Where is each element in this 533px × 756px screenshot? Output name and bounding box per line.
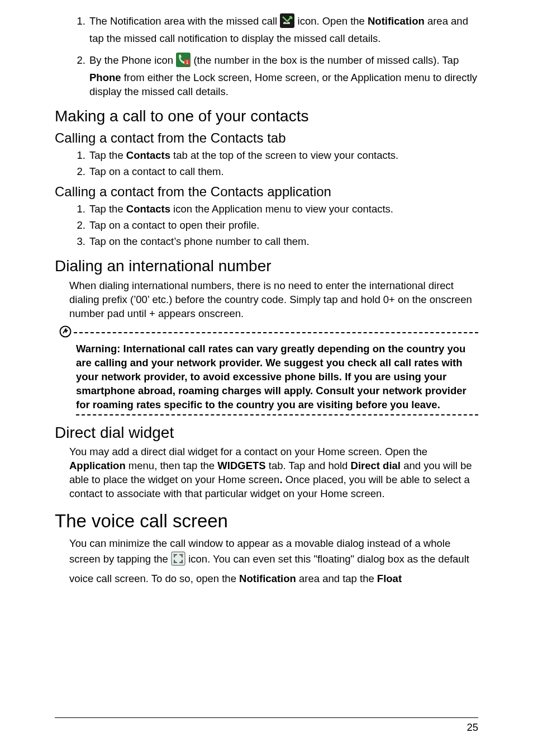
heading-intl: Dialing an international number [55, 257, 478, 276]
heading-making-call: Making a call to one of your contacts [55, 107, 478, 126]
text: icon the Application menu to view your c… [170, 203, 393, 215]
svg-text:1: 1 [186, 59, 189, 65]
paragraph-voice: You can minimize the call window to appe… [69, 536, 478, 587]
phone-missed-badge-icon: 1 [176, 53, 191, 71]
text: tab at the top of the screen to view you… [170, 149, 398, 161]
text-bold: Contacts [126, 203, 170, 215]
svg-rect-5 [172, 552, 185, 565]
text: area and tap the [296, 573, 377, 584]
list-item: By the Phone icon 1 (the number in the b… [88, 53, 478, 99]
text-bold: Float [377, 573, 402, 584]
missed-call-list: The Notification area with the missed ca… [55, 13, 478, 99]
text: menu, then tap the [126, 460, 218, 471]
list-item: Tap on a contact to call them. [88, 165, 478, 179]
text: You may add a direct dial widget for a c… [69, 446, 427, 457]
list-item: Tap the Contacts tab at the top of the s… [88, 149, 478, 163]
page-footer: 25 [55, 717, 478, 734]
heading-voice-call: The voice call screen [55, 510, 478, 532]
text-bold: Contacts [126, 149, 170, 161]
page-number: 25 [467, 721, 478, 733]
text: (the number in the box is the number of … [193, 54, 459, 66]
warning-icon [59, 325, 72, 340]
list-item: The Notification area with the missed ca… [88, 13, 478, 46]
warning-block: Warning: International call rates can va… [55, 325, 478, 415]
paragraph-widget: You may add a direct dial widget for a c… [69, 445, 478, 501]
list-item: Tap on a contact to open their profile. [88, 219, 478, 233]
text-bold: WIDGETS [217, 460, 265, 471]
heading-widget: Direct dial widget [55, 423, 478, 442]
contacts-app-list: Tap the Contacts icon the Application me… [55, 202, 478, 249]
divider [76, 414, 478, 415]
text-bold: Application [69, 460, 126, 471]
minimize-float-icon [171, 551, 185, 571]
divider [74, 332, 478, 333]
text: Tap the [89, 149, 126, 161]
text: tab. Tap and hold [266, 460, 351, 471]
missed-call-notification-icon [280, 13, 294, 32]
paragraph-intl: When dialing international numbers, ther… [69, 279, 478, 321]
text-bold: Direct dial [351, 460, 401, 471]
heading-contacts-tab: Calling a contact from the Contacts tab [55, 130, 478, 147]
text-bold: Phone [89, 72, 121, 83]
contacts-tab-list: Tap the Contacts tab at the top of the s… [55, 149, 478, 179]
warning-text: Warning: International call rates can va… [76, 342, 478, 412]
text: Tap the [89, 203, 126, 215]
text: By the Phone icon [89, 54, 176, 66]
list-item: Tap on the contact’s phone number to cal… [88, 235, 478, 249]
text: icon. Open the [298, 15, 368, 27]
list-item: Tap the Contacts icon the Application me… [88, 202, 478, 216]
text: from either the Lock screen, Home screen… [89, 72, 477, 97]
text-bold: Notification [239, 573, 296, 584]
text: The Notification area with the missed ca… [89, 15, 280, 27]
text-bold: Notification [368, 15, 425, 27]
heading-contacts-app: Calling a contact from the Contacts appl… [55, 183, 478, 200]
